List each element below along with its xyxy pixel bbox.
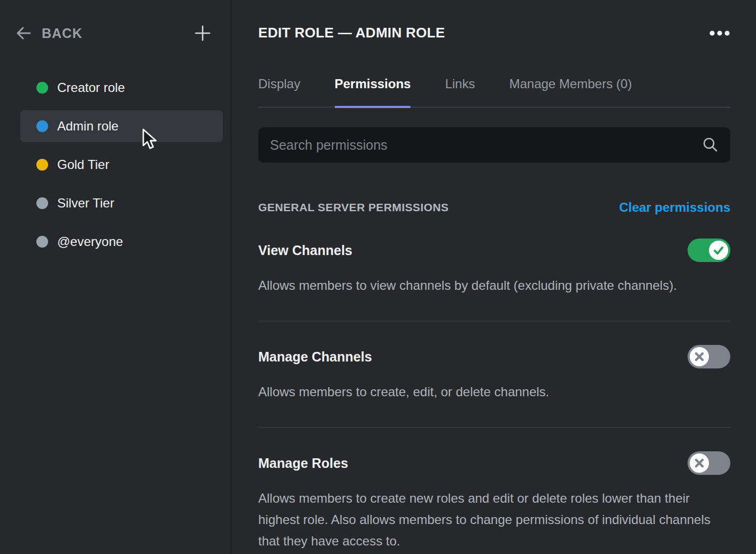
permission-title: View Channels — [258, 243, 352, 258]
permission-title: Manage Roles — [258, 456, 348, 471]
role-name: @everyone — [57, 234, 123, 249]
permission-row-manage-roles: Manage Roles Allows members to create ne… — [258, 451, 730, 552]
search-icon — [701, 136, 719, 153]
role-color-dot — [36, 236, 48, 248]
sidebar-header: BACK — [15, 25, 211, 42]
toggle-knob — [690, 453, 709, 473]
permission-row-view-channels: View Channels Allows members to view cha… — [258, 238, 730, 321]
role-item-gold-tier[interactable]: Gold Tier — [20, 149, 223, 181]
role-name: Silver Tier — [57, 196, 114, 211]
search-bar — [258, 127, 730, 163]
x-icon — [694, 351, 705, 362]
tab-bar: Display Permissions Links Manage Members… — [258, 76, 730, 108]
role-color-dot — [36, 197, 48, 209]
toggle-knob — [690, 347, 709, 366]
clear-permissions-link[interactable]: Clear permissions — [619, 200, 730, 215]
permission-row-manage-channels: Manage Channels Allows members to create… — [258, 345, 730, 428]
role-name: Creator role — [57, 80, 125, 95]
role-color-dot — [36, 120, 48, 132]
tab-links[interactable]: Links — [445, 76, 475, 106]
roles-sidebar: BACK Creator role Admin role Gold Tier S… — [0, 0, 232, 554]
section-header-row: GENERAL SERVER PERMISSIONS Clear permiss… — [258, 200, 730, 215]
back-label[interactable]: BACK — [42, 26, 82, 41]
permission-description: Allows members to view channels by defau… — [258, 275, 726, 296]
check-icon — [713, 244, 724, 256]
permission-description: Allows members to create, edit, or delet… — [258, 381, 726, 403]
manage-channels-toggle[interactable] — [688, 345, 730, 368]
role-item-creator-role[interactable]: Creator role — [20, 72, 223, 104]
divider — [258, 321, 730, 321]
tab-display[interactable]: Display — [258, 76, 300, 106]
tab-manage-members[interactable]: Manage Members (0) — [509, 76, 631, 106]
role-name: Gold Tier — [57, 157, 109, 172]
role-item-admin-role[interactable]: Admin role — [20, 110, 223, 142]
role-color-dot — [36, 159, 48, 171]
page-title: EDIT ROLE — ADMIN ROLE — [258, 25, 445, 41]
search-permissions-input[interactable] — [270, 137, 701, 153]
edit-role-panel: EDIT ROLE — ADMIN ROLE Display Permissio… — [232, 0, 756, 554]
view-channels-toggle[interactable] — [688, 238, 730, 262]
ellipsis-menu-icon[interactable] — [709, 30, 730, 36]
x-icon — [694, 458, 705, 468]
section-title: GENERAL SERVER PERMISSIONS — [258, 201, 449, 214]
back-arrow-icon[interactable] — [15, 25, 32, 42]
panel-header: EDIT ROLE — ADMIN ROLE — [258, 25, 730, 41]
permission-title: Manage Channels — [258, 349, 372, 365]
permission-description: Allows members to create new roles and e… — [258, 488, 726, 552]
role-list: Creator role Admin role Gold Tier Silver… — [20, 72, 223, 258]
role-item-everyone[interactable]: @everyone — [20, 226, 223, 258]
role-name: Admin role — [57, 119, 119, 134]
manage-roles-toggle[interactable] — [688, 451, 730, 475]
add-role-plus-icon[interactable] — [194, 25, 211, 42]
tab-permissions[interactable]: Permissions — [335, 76, 411, 106]
divider — [258, 427, 730, 428]
role-item-silver-tier[interactable]: Silver Tier — [20, 187, 223, 219]
toggle-knob — [709, 241, 728, 260]
role-color-dot — [36, 82, 48, 94]
